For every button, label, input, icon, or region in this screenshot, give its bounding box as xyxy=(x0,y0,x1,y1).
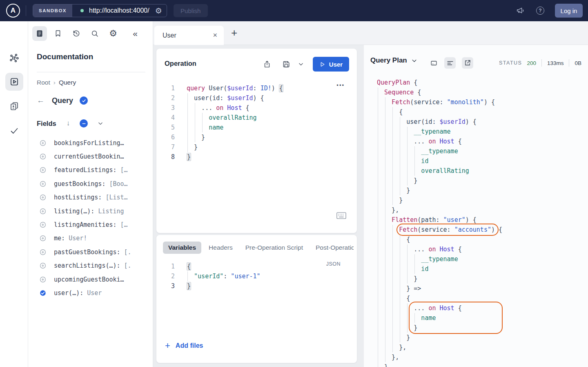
field-add-plus-icon[interactable] xyxy=(39,194,47,201)
field-selected-check-icon[interactable] xyxy=(39,289,47,297)
variables-tab-variables[interactable]: Variables xyxy=(163,242,201,254)
field-add-plus-icon[interactable] xyxy=(39,276,47,283)
code-line: 3} xyxy=(156,281,261,291)
fields-header-row: Fields ↓ xyxy=(37,119,103,128)
new-tab-button[interactable]: + xyxy=(231,27,237,39)
code-line: }, xyxy=(377,362,502,367)
line-number: 3 xyxy=(156,103,175,113)
save-options-chevron-icon[interactable] xyxy=(298,61,304,67)
left-icon-rail: » xyxy=(0,21,28,367)
field-item[interactable]: guestBookings: [Boo… xyxy=(28,177,153,190)
code-line: } xyxy=(377,333,502,342)
fields-options-chevron-icon[interactable] xyxy=(98,121,103,126)
field-item[interactable]: me: User! xyxy=(28,232,153,245)
operation-editor[interactable]: 1query User($userId: ID!) {2user(id: $us… xyxy=(156,83,283,162)
top-bar: A SANDBOX http://localhost:4000/ ⚙ Publi… xyxy=(0,0,588,21)
code-line: }, xyxy=(377,342,502,352)
add-files-button[interactable]: + Add files xyxy=(165,340,203,351)
schema-graph-icon[interactable] xyxy=(5,49,23,67)
code-line: 7} xyxy=(156,142,283,152)
tab-close-icon[interactable]: × xyxy=(213,31,217,40)
history-icon[interactable] xyxy=(69,26,84,41)
type-selected-check-icon[interactable] xyxy=(80,96,88,105)
field-item[interactable]: bookingsForListing… xyxy=(28,136,153,150)
code-line: QueryPlan { xyxy=(377,78,502,87)
checks-icon[interactable] xyxy=(5,122,23,140)
query-plan-panel: Query Plan STATUS 200 133ms 0B xyxy=(364,45,588,367)
collapse-sidebar-icon[interactable]: « xyxy=(128,26,143,41)
query-plan-code[interactable]: QueryPlan {Sequence {Fetch(service: "mon… xyxy=(377,78,502,367)
help-icon[interactable]: ? xyxy=(536,7,544,15)
sandbox-badge[interactable]: SANDBOX xyxy=(33,4,72,17)
code-line: 1{ xyxy=(156,262,261,271)
save-icon[interactable] xyxy=(282,60,290,68)
field-item[interactable]: currentGuestBookin… xyxy=(28,150,153,163)
back-arrow-icon[interactable]: ← xyxy=(37,96,45,105)
variables-editor[interactable]: 1{2"userId": "user-1"3} xyxy=(156,262,261,291)
field-add-plus-icon[interactable] xyxy=(39,139,47,147)
code-line: __typename xyxy=(377,127,502,137)
plan-diagram-view-icon[interactable] xyxy=(428,57,439,69)
line-number: 4 xyxy=(156,113,175,123)
endpoint-url-input[interactable]: http://localhost:4000/ xyxy=(89,7,149,14)
breadcrumb-root[interactable]: Root xyxy=(37,79,50,86)
field-item[interactable]: listingAmenities: [… xyxy=(28,218,153,231)
code-line: id xyxy=(377,156,502,166)
field-add-plus-icon[interactable] xyxy=(39,221,47,228)
field-add-plus-icon[interactable] xyxy=(39,208,47,215)
response-duration: 133ms xyxy=(547,60,564,66)
field-item[interactable]: searchListings(…): [. xyxy=(28,259,153,273)
keyboard-shortcuts-icon[interactable] xyxy=(336,212,346,219)
field-add-plus-icon[interactable] xyxy=(39,180,47,188)
field-add-plus-icon[interactable] xyxy=(39,153,47,160)
connection-status-dot xyxy=(80,9,84,12)
publish-button[interactable]: Publish xyxy=(174,4,208,17)
field-item[interactable]: user(…): User xyxy=(28,286,153,300)
plan-text-view-icon[interactable] xyxy=(444,57,456,69)
endpoint-settings-gear-icon[interactable]: ⚙ xyxy=(155,6,162,16)
announcements-megaphone-icon[interactable] xyxy=(516,6,525,15)
field-add-plus-icon[interactable] xyxy=(39,166,47,174)
run-operation-button[interactable]: User xyxy=(313,57,349,72)
field-item[interactable]: hostListings: [List… xyxy=(28,191,153,204)
sort-descending-icon[interactable]: ↓ xyxy=(67,119,70,128)
explorer-icon[interactable] xyxy=(5,73,23,91)
field-item[interactable]: featuredListings: [… xyxy=(28,163,153,177)
divider xyxy=(37,72,145,72)
explorer-settings-gear-icon[interactable]: ⚙ xyxy=(106,26,120,41)
deselect-all-minus-icon[interactable] xyxy=(80,119,88,128)
field-item[interactable]: pastGuestBookings: [. xyxy=(28,245,153,259)
code-line: 1query User($userId: ID!) { xyxy=(156,83,283,93)
open-external-icon[interactable] xyxy=(462,57,473,69)
variables-tab-headers[interactable]: Headers xyxy=(209,244,233,251)
apollo-logo-icon[interactable]: A xyxy=(6,4,20,18)
code-line: 4overallRating xyxy=(156,113,283,123)
response-view-chevron-icon[interactable] xyxy=(411,58,417,64)
login-button[interactable]: Log in xyxy=(555,4,583,18)
field-add-plus-icon[interactable] xyxy=(39,235,47,242)
field-add-plus-icon[interactable] xyxy=(39,248,47,256)
code-line: user(id: $userId) { xyxy=(377,117,502,127)
share-icon[interactable] xyxy=(263,60,271,68)
topbar-divider xyxy=(26,5,26,16)
status-code: 200 xyxy=(527,60,536,66)
field-item[interactable]: upcomingGuestBooki… xyxy=(28,273,153,286)
search-icon[interactable] xyxy=(87,26,102,41)
code-line: } xyxy=(377,323,502,333)
documentation-title: Documentation xyxy=(37,52,93,61)
code-line: { xyxy=(377,235,502,244)
editor-more-menu-icon[interactable]: ••• xyxy=(336,82,345,88)
tab-user[interactable]: User × xyxy=(154,26,224,45)
line-number: 8 xyxy=(156,152,175,162)
tab-label: User xyxy=(163,32,176,39)
variables-tab-pre-operation-script[interactable]: Pre-Operation Script xyxy=(245,244,303,251)
schema-diff-icon[interactable] xyxy=(5,97,23,115)
documentation-tab-icon[interactable] xyxy=(32,26,47,41)
saved-operations-bookmark-icon[interactable] xyxy=(51,26,65,41)
variables-tab-post-operation-script[interactable]: Post-Operation Script xyxy=(316,244,354,251)
field-add-plus-icon[interactable] xyxy=(39,262,47,269)
field-item[interactable]: listing(…): Listing xyxy=(28,204,153,218)
code-line: Fetch(service: "monolith") { xyxy=(377,97,502,107)
code-line: 6} xyxy=(156,132,283,142)
breadcrumb: Root›Query xyxy=(37,79,76,86)
